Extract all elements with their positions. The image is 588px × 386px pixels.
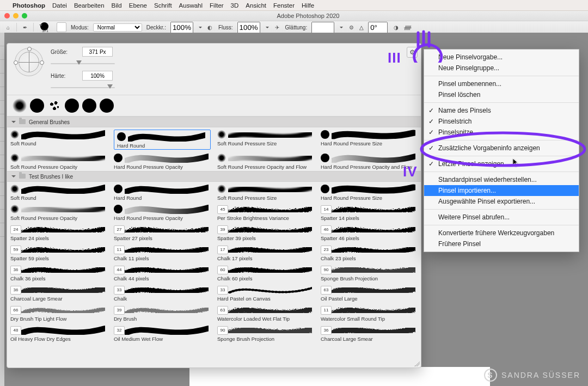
brush-preset-item[interactable]: 24Spatter 24 pixels bbox=[7, 222, 111, 242]
brush-preset-item[interactable]: 11Watercolor Small Round Tip bbox=[317, 303, 421, 323]
flyout-menu-item[interactable]: Pinselspitze bbox=[424, 127, 579, 138]
hardness-slider[interactable] bbox=[51, 86, 115, 89]
menu-schrift[interactable]: Schrift bbox=[154, 2, 172, 9]
brush-preset-item[interactable]: Hard Round bbox=[111, 182, 214, 202]
brush-preset-item[interactable]: Soft Round bbox=[7, 127, 111, 151]
size-pressure-icon[interactable]: ◑ bbox=[392, 23, 400, 31]
brush-preset-item[interactable]: 36Chalk 36 pixels bbox=[7, 262, 111, 283]
brush-preset-item[interactable]: Hard Round bbox=[111, 127, 214, 151]
brush-preset-picker-button[interactable]: 371 bbox=[38, 22, 52, 32]
flyout-menu-item[interactable]: Zusätzliche Vorgabeninfo anzeigen bbox=[424, 143, 579, 154]
disclosure-triangle-icon[interactable] bbox=[11, 121, 16, 125]
brush-preset-item[interactable]: Soft Round Pressure Size bbox=[214, 182, 317, 202]
brush-preset-item[interactable]: 46Spatter 46 pixels bbox=[317, 222, 421, 242]
menu-filter[interactable]: Filter bbox=[210, 2, 224, 9]
brush-preset-item[interactable]: 39Dry Brush bbox=[111, 303, 214, 323]
brush-preset-item[interactable]: 36Charcoal Large Smear bbox=[7, 283, 111, 303]
flyout-menu-item[interactable]: Letzte Pinsel anzeigen bbox=[424, 158, 579, 169]
brush-preset-item[interactable]: 32Oil Medium Wet Flow bbox=[111, 323, 214, 343]
flow-input[interactable] bbox=[237, 22, 260, 33]
flyout-menu-item[interactable]: Weitere Pinsel abrufen... bbox=[424, 212, 579, 223]
menu-datei[interactable]: Datei bbox=[52, 2, 67, 9]
brush-preset-item[interactable]: 33Hard Pastel on Canvas bbox=[214, 283, 317, 303]
brush-group-header[interactable]: Test Brushes I like bbox=[7, 171, 421, 182]
menu-auswahl[interactable]: Auswahl bbox=[179, 2, 203, 9]
disclosure-triangle-icon[interactable] bbox=[11, 175, 16, 180]
brush-angle-widget[interactable] bbox=[15, 48, 43, 76]
menu-ebene[interactable]: Ebene bbox=[129, 2, 147, 9]
menu-3d[interactable]: 3D bbox=[231, 2, 239, 9]
menu-hilfe[interactable]: Hilfe bbox=[302, 2, 314, 9]
recent-brush[interactable] bbox=[65, 99, 79, 113]
close-window-button[interactable] bbox=[4, 13, 10, 19]
flyout-menu-item[interactable]: Pinsel umbenennen... bbox=[424, 78, 579, 89]
brush-preset-item[interactable]: Hard Round Pressure Size bbox=[317, 182, 421, 202]
flyout-menu-item[interactable]: Standardpinsel wiederherstellen... bbox=[424, 174, 579, 185]
brush-preset-item[interactable]: Hard Round Pressure Opacity bbox=[111, 202, 214, 222]
recent-brush[interactable] bbox=[100, 99, 114, 113]
brush-preset-item[interactable]: 63Watercolor Loaded Wet Flat Tip bbox=[214, 303, 317, 323]
brush-preset-item[interactable]: 14Spatter 14 pixels bbox=[317, 202, 421, 222]
size-input[interactable] bbox=[82, 47, 113, 57]
brush-preset-item[interactable]: Soft Round bbox=[7, 182, 111, 202]
flyout-menu-item[interactable]: Name des Pinsels bbox=[424, 105, 579, 116]
flyout-menu-item[interactable]: Pinsel importieren... bbox=[424, 185, 579, 196]
brush-preset-item[interactable]: Soft Round Pressure Opacity bbox=[7, 151, 111, 171]
minimize-window-button[interactable] bbox=[13, 13, 19, 19]
opacity-input[interactable] bbox=[170, 22, 193, 33]
document[interactable] bbox=[189, 367, 490, 386]
flow-chevron[interactable] bbox=[265, 24, 269, 30]
brush-preset-item[interactable]: 11Chalk 11 pixels bbox=[111, 242, 214, 262]
flyout-menu-item[interactable]: Ausgewählte Pinsel exportieren... bbox=[424, 196, 579, 207]
brush-preset-item[interactable]: 90Sponge Brush Projection bbox=[317, 262, 421, 283]
smoothing-chevron[interactable] bbox=[339, 24, 343, 30]
menu-bild[interactable]: Bild bbox=[112, 2, 122, 9]
panel-resize-corner[interactable] bbox=[414, 361, 420, 366]
brush-preset-item[interactable]: Soft Round Pressure Opacity and Flow bbox=[214, 151, 317, 171]
brush-preset-item[interactable]: 60Chalk 60 pixels bbox=[214, 262, 317, 283]
recent-brush[interactable]: 1148 bbox=[47, 99, 62, 113]
app-menu[interactable]: Photoshop bbox=[13, 2, 45, 9]
flyout-menu-item[interactable]: Frühere Pinsel bbox=[424, 238, 579, 249]
menu-bearbeiten[interactable]: Bearbeiten bbox=[74, 2, 105, 9]
brush-preset-item[interactable]: 63Oil Pastel Large bbox=[317, 283, 421, 303]
flyout-menu-item[interactable]: Pinsel löschen bbox=[424, 89, 579, 100]
brush-groups-scroll[interactable]: General BrushesSoft RoundHard RoundSoft … bbox=[7, 117, 421, 368]
recent-brush[interactable] bbox=[13, 99, 27, 113]
brush-preset-item[interactable]: 33Chalk bbox=[111, 283, 214, 303]
brush-preset-item[interactable]: 45Per Stroke Brightness Variance bbox=[214, 202, 317, 222]
brush-preset-item[interactable]: Soft Round Pressure Size bbox=[214, 127, 317, 151]
airbrush-icon[interactable]: ✈ bbox=[273, 23, 281, 31]
opacity-chevron[interactable] bbox=[198, 24, 202, 30]
brush-preset-item[interactable]: 27Spatter 27 pixels bbox=[111, 222, 214, 242]
brush-preset-item[interactable]: 44Chalk 44 pixels bbox=[111, 262, 214, 283]
brush-settings-toggle[interactable] bbox=[57, 22, 66, 32]
brush-angle-input[interactable] bbox=[368, 22, 388, 33]
brush-preset-item[interactable]: 59Spatter 59 pixels bbox=[7, 242, 111, 262]
brush-preset-item[interactable]: Soft Round Pressure Opacity bbox=[7, 202, 111, 222]
menu-fenster[interactable]: Fenster bbox=[273, 2, 295, 9]
home-icon[interactable]: ⌂ bbox=[4, 23, 12, 31]
recent-brush[interactable] bbox=[30, 99, 44, 113]
brush-group-header[interactable]: General Brushes bbox=[7, 117, 421, 127]
flyout-menu-item[interactable]: Neue Pinselvorgabe... bbox=[424, 52, 579, 63]
brush-preset-item[interactable]: Hard Round Pressure Size bbox=[317, 127, 421, 151]
brush-tool-icon[interactable]: ✒ bbox=[21, 23, 29, 31]
size-slider[interactable] bbox=[51, 62, 115, 65]
symmetry-icon[interactable]: ᚏ bbox=[404, 23, 412, 31]
hardness-input[interactable] bbox=[82, 71, 113, 81]
brush-preset-item[interactable]: 36Charcoal Large Smear bbox=[317, 323, 421, 343]
recent-brush[interactable] bbox=[82, 99, 96, 113]
panel-flyout-gear-button[interactable]: ⚙ bbox=[407, 47, 418, 58]
brush-preset-item[interactable]: Hard Round Pressure Opacity bbox=[111, 151, 214, 171]
smoothing-input[interactable] bbox=[311, 22, 334, 33]
smoothing-gear-icon[interactable]: ⚙ bbox=[347, 23, 355, 31]
brush-preset-item[interactable]: 66Dry Brush Tip Light Flow bbox=[7, 303, 111, 323]
opacity-pressure-icon[interactable]: ◐ bbox=[206, 23, 214, 31]
brush-preset-item[interactable]: 90Sponge Brush Projection bbox=[214, 323, 317, 343]
blend-mode-select[interactable]: Normal bbox=[93, 23, 142, 32]
brush-preset-item[interactable]: 39Spatter 39 pixels bbox=[214, 222, 317, 242]
menu-ansicht[interactable]: Ansicht bbox=[246, 2, 266, 9]
brush-preset-item[interactable]: 17Chalk 17 pixels bbox=[214, 242, 317, 262]
flyout-menu-item[interactable]: Neue Pinselgruppe... bbox=[424, 63, 579, 73]
